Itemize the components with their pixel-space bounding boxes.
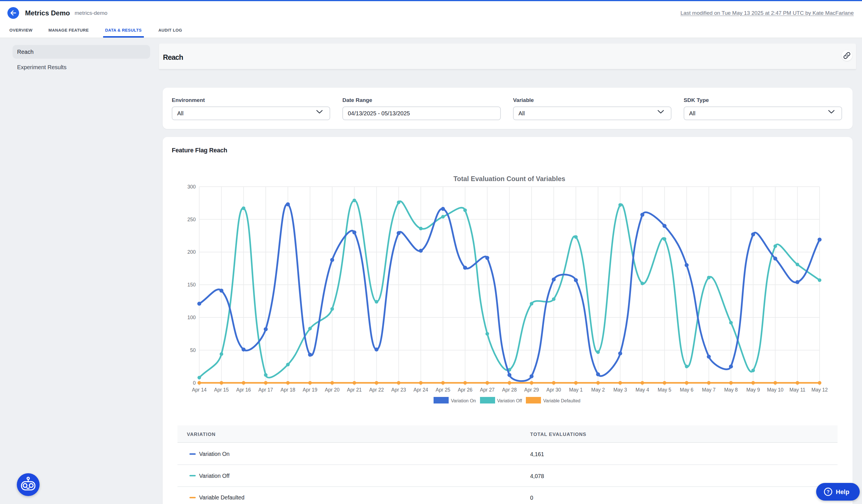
svg-text:Apr 20: Apr 20 xyxy=(325,387,340,393)
svg-text:?: ? xyxy=(827,489,830,495)
svg-text:250: 250 xyxy=(187,217,196,222)
svg-text:Apr 28: Apr 28 xyxy=(502,387,517,393)
svg-text:May 10: May 10 xyxy=(767,387,784,393)
svg-text:Apr 21: Apr 21 xyxy=(347,387,362,393)
svg-text:200: 200 xyxy=(187,249,196,255)
svg-text:May 2: May 2 xyxy=(591,387,605,393)
svg-text:May 1: May 1 xyxy=(569,387,583,393)
svg-text:Apr 27: Apr 27 xyxy=(480,387,495,393)
svg-text:Apr 29: Apr 29 xyxy=(524,387,539,393)
svg-text:0: 0 xyxy=(193,380,196,386)
svg-text:Apr 22: Apr 22 xyxy=(369,387,384,393)
svg-text:Variation Off: Variation Off xyxy=(497,398,522,403)
svg-text:Apr 16: Apr 16 xyxy=(236,387,251,393)
svg-text:50: 50 xyxy=(190,347,196,353)
svg-text:Apr 19: Apr 19 xyxy=(303,387,318,393)
svg-text:May 4: May 4 xyxy=(636,387,649,393)
svg-text:Apr 25: Apr 25 xyxy=(435,387,450,393)
svg-text:May 7: May 7 xyxy=(702,387,716,393)
svg-text:Variation On: Variation On xyxy=(451,398,476,403)
svg-text:Help: Help xyxy=(836,488,849,495)
svg-text:Apr 23: Apr 23 xyxy=(391,387,406,393)
svg-text:May 8: May 8 xyxy=(724,387,738,393)
svg-text:May 5: May 5 xyxy=(658,387,671,393)
svg-text:May 9: May 9 xyxy=(746,387,760,393)
svg-text:May 6: May 6 xyxy=(680,387,694,393)
svg-text:Apr 17: Apr 17 xyxy=(258,387,273,393)
svg-text:May 11: May 11 xyxy=(789,387,805,393)
svg-text:Total Evaluation Count of Vari: Total Evaluation Count of Variables xyxy=(454,175,565,183)
svg-text:May 3: May 3 xyxy=(613,387,627,393)
svg-text:300: 300 xyxy=(187,184,196,190)
svg-text:Variable Defaulted: Variable Defaulted xyxy=(543,398,580,403)
svg-text:May 12: May 12 xyxy=(811,387,827,393)
svg-text:Apr 14: Apr 14 xyxy=(192,387,207,393)
svg-text:Apr 30: Apr 30 xyxy=(546,387,561,393)
svg-text:Apr 26: Apr 26 xyxy=(458,387,473,393)
svg-text:Apr 18: Apr 18 xyxy=(280,387,296,393)
svg-text:150: 150 xyxy=(187,282,196,288)
svg-text:Apr 15: Apr 15 xyxy=(214,387,229,393)
svg-text:Apr 24: Apr 24 xyxy=(413,387,428,393)
svg-text:100: 100 xyxy=(187,315,196,320)
